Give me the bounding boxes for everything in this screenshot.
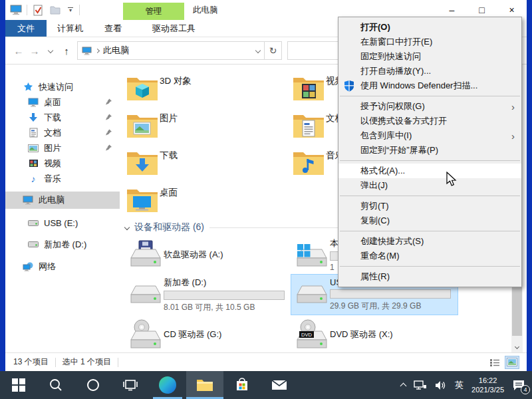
video-icon [28,158,39,169]
item-count: 13 个项目 [13,356,49,368]
sidebar-item-desktop[interactable]: 桌面 [5,94,120,110]
menu-item-autoplay[interactable]: 打开自动播放(Y)... [338,64,521,78]
menu-separator [340,266,520,267]
menu-item-copy[interactable]: 复制(C) [338,213,521,228]
menu-item-eject[interactable]: 弹出(J) [338,178,521,193]
menu-item-cut[interactable]: 剪切(T) [338,199,521,213]
download-icon [28,112,39,123]
file-explorer-icon [196,378,213,392]
taskbar-store-button[interactable] [223,371,261,399]
scroll-down-icon[interactable] [511,341,523,352]
taskbar-edge-button[interactable] [149,371,186,399]
section-collapse-chevron-icon[interactable] [124,225,130,230]
show-hidden-icons-chevron[interactable] [401,379,406,391]
refresh-button[interactable]: ↻ [265,41,282,60]
folder-tile-3d-objects[interactable]: 3D 对象 [125,70,291,107]
sidebar-item-music[interactable]: ♪ 音乐 [5,171,120,186]
forward-button[interactable]: → [27,42,43,59]
menu-separator [340,196,520,196]
action-center-button[interactable]: 4 [512,380,525,391]
menu-item-rename[interactable]: 重命名(M) [338,249,521,263]
sidebar-item-quick-access[interactable]: 快速访问 [5,79,120,94]
large-icons-view-button[interactable] [505,356,519,368]
tab-drive-tools[interactable]: 驱动器工具 [142,20,206,37]
menu-item-open[interactable]: 打开(O) [338,20,521,35]
menu-item-include-in-library[interactable]: 包含到库中(I)› [338,128,521,143]
network-icon[interactable] [414,380,427,390]
drive-tile-floppy-a[interactable]: 软盘驱动器 (A:) [125,235,291,275]
tab-computer[interactable]: 计算机 [47,20,94,37]
windows-drive-icon [294,240,330,269]
recent-locations-dropdown-icon[interactable] [43,42,59,59]
taskbar-search-button[interactable] [37,371,74,399]
sidebar-item-usb-e[interactable]: USB (E:) [5,215,120,231]
details-view-button[interactable] [488,356,501,368]
folder-videos-icon [291,75,326,102]
address-bar[interactable]: 此电脑 [77,41,265,60]
sidebar-item-pictures[interactable]: 图片 [5,140,120,156]
taskbar-explorer-button[interactable] [186,371,223,399]
menu-item-portable-device[interactable]: 以便携式设备方式打开 [338,114,521,128]
sidebar-item-videos[interactable]: 视频 [5,156,120,171]
folder-desktop-icon [125,187,160,213]
address-dropdown-icon[interactable] [255,48,261,53]
tab-view[interactable]: 查看 [94,20,132,37]
contextual-tab-group-manage[interactable]: 管理 [123,3,184,20]
menu-item-pin-to-start[interactable]: 固定到“开始”屏幕(P) [338,143,521,158]
menu-separator [340,160,520,161]
folder-documents-icon [291,112,326,139]
tab-file[interactable]: 文件 [5,20,47,37]
window-system-icon[interactable] [9,3,23,17]
defender-shield-icon [343,80,355,92]
pin-icon [106,97,120,107]
taskbar-mail-button[interactable] [261,371,298,399]
folder-3d-objects-icon [125,75,160,102]
cortana-button[interactable] [74,371,112,399]
customize-qat-dropdown-icon[interactable]: ▾ [66,7,75,13]
folder-tile-downloads[interactable]: 下载 [125,144,291,182]
taskbar-clock[interactable]: 16:22 2021/3/25 [471,376,504,395]
sidebar-item-this-pc[interactable]: 此电脑 [5,192,120,209]
network-icon [23,261,33,272]
ime-indicator[interactable]: 英 [455,379,464,391]
status-bar: 13 个项目 选中 1 个项目 [5,352,527,371]
drive-tile-dvd-x[interactable]: DVD DVD 驱动器 (X:) [291,315,458,352]
this-pc-icon [82,47,92,55]
back-button[interactable]: ← [11,42,27,59]
sidebar-item-documents[interactable]: 文档 [5,125,120,140]
folder-pictures-icon [125,112,160,139]
submenu-arrow-icon: › [511,102,515,112]
windows-logo-icon [12,378,25,392]
folder-downloads-icon [125,150,160,176]
sidebar-item-new-volume-d[interactable]: 新加卷 (D:) [5,237,120,252]
navigation-pane: 快速访问 桌面 下载 文档 图片 [5,65,120,352]
svg-text:DVD: DVD [301,332,312,338]
menu-item-grant-access[interactable]: 授予访问权限(G)› [338,99,521,114]
folder-tile-desktop[interactable]: 桌面 [125,182,291,219]
selected-count: 选中 1 个项目 [63,356,111,368]
folder-tile-pictures[interactable]: 图片 [125,107,291,144]
menu-item-create-shortcut[interactable]: 创建快捷方式(S) [338,234,521,249]
clock-date: 2021/3/25 [471,385,504,394]
start-button[interactable] [0,371,37,399]
volume-icon[interactable] [435,380,447,390]
menu-item-properties[interactable]: 属性(R) [338,269,521,284]
new-folder-button[interactable] [49,3,62,17]
music-icon: ♪ [28,174,39,184]
properties-button[interactable] [31,3,45,17]
submenu-arrow-icon: › [511,131,515,141]
menu-item-defender-scan[interactable]: 使用 Windows Defender扫描... [338,78,521,93]
up-button[interactable]: ↑ [59,42,74,59]
quick-access-star-icon [23,82,33,92]
drive-tile-new-volume-d[interactable]: 新加卷 (D:) 8.01 GB 可用, 共 10.5 GB [125,275,291,315]
menu-item-open-new-window[interactable]: 在新窗口中打开(E) [338,35,521,49]
qat-separator [27,5,27,15]
sidebar-item-network[interactable]: 网络 [5,259,120,274]
sidebar-item-downloads[interactable]: 下载 [5,110,120,125]
drive-tile-cd-g[interactable]: CD 驱动器 (G:) [125,315,291,352]
task-view-button[interactable] [112,371,149,399]
menu-item-format[interactable]: 格式化(A)... [338,164,521,178]
menu-item-pin-quick-access[interactable]: 固定到快速访问 [338,49,521,64]
store-icon [235,378,249,392]
breadcrumb-path[interactable]: 此电脑 [103,45,129,57]
